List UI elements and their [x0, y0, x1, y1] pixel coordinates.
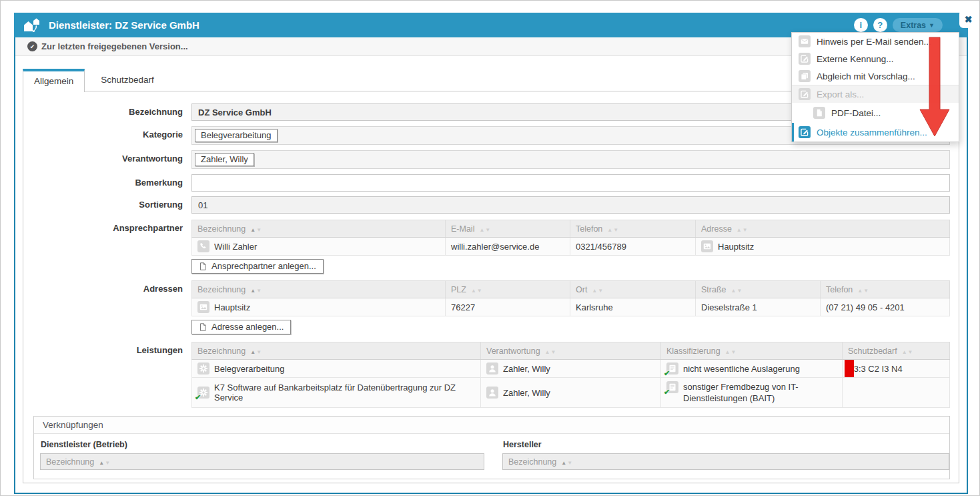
green-check-icon: ✔	[664, 369, 670, 378]
column-header[interactable]: Telefon▲▼	[821, 281, 950, 298]
hersteller-column: Hersteller Bezeichnung ▲▼	[502, 440, 949, 470]
verantwortung-row: Verantwortung Zahler, Willy	[23, 150, 950, 169]
tab-schutzbedarf[interactable]: Schutzbedarf	[85, 69, 170, 91]
dienstleister-icon	[23, 17, 41, 33]
leistungen-table: Bezeichnung▲▼ Verantwortung▲▼ Klassifizi…	[191, 342, 950, 408]
ansprechpartner-table: Bezeichnung▲▼ E-Mail▲▼ Telefon▲▼ Adresse…	[191, 220, 950, 256]
sort-icon: ▲▼	[250, 285, 262, 294]
empty-table-header[interactable]: Bezeichnung ▲▼	[40, 453, 484, 470]
schutzbedarf-value: A3:3 C2 I3 N4	[848, 364, 903, 374]
sort-icon: ▲▼	[737, 224, 749, 234]
app-screenshot: Dienstleister: DZ Service GmbH i ? Extra…	[0, 0, 980, 496]
classification-doc-icon: ✔	[666, 362, 678, 375]
adresse-anlegen-button[interactable]: Adresse anlegen...	[191, 320, 291, 334]
schutzbedarf-red-indicator	[845, 360, 854, 377]
chevron-down-icon: ▼	[929, 22, 935, 29]
edit-square-icon	[799, 88, 811, 100]
column-header[interactable]: Verantwortung▲▼	[481, 342, 661, 360]
sort-icon: ▲▼	[725, 346, 737, 356]
leistungen-section: Leistungen Bezeichnung▲▼ Verantwortung▲▼…	[23, 342, 950, 408]
envelope-icon	[799, 35, 811, 47]
sort-icon: ▲▼	[250, 346, 262, 356]
ansprechpartner-section: Ansprechpartner Bezeichnung▲▼ E-Mail▲▼ T…	[23, 220, 950, 274]
empty-table-header[interactable]: Bezeichnung ▲▼	[502, 453, 949, 470]
table-row[interactable]: Belegverarbeitung Zahler, Willy ✔ nicht …	[192, 360, 950, 378]
tab-allgemein[interactable]: Allgemein	[23, 69, 85, 92]
copy-icon	[799, 70, 811, 82]
sort-icon: ▲▼	[902, 346, 914, 356]
column-header[interactable]: PLZ▲▼	[446, 281, 570, 298]
leistungen-label: Leistungen	[23, 342, 191, 408]
red-arrow-annotation	[916, 36, 956, 140]
sort-icon: ▲▼	[731, 285, 743, 294]
green-check-icon: ✔	[664, 388, 670, 397]
hersteller-label: Hersteller	[503, 440, 949, 449]
column-header[interactable]: Telefon▲▼	[570, 220, 696, 238]
sort-icon: ▲▼	[479, 224, 491, 234]
verantwortung-label: Verantwortung	[23, 150, 191, 169]
address-icon	[197, 301, 209, 313]
sort-icon: ▲▼	[592, 285, 604, 294]
verantwortung-field: Zahler, Willy	[191, 150, 950, 169]
classification-doc-icon: ✔	[666, 381, 678, 393]
sortierung-field: 01	[191, 196, 950, 214]
column-header[interactable]: Klassifizierung▲▼	[661, 342, 843, 360]
tab-strip: Allgemein Schutzbedarf	[23, 67, 170, 91]
column-header[interactable]: Ort▲▼	[570, 281, 696, 298]
new-page-icon	[199, 323, 207, 331]
adressen-table: Bezeichnung▲▼ PLZ▲▼ Ort▲▼ Straße▲▼ Telef…	[191, 280, 950, 316]
column-header[interactable]: Bezeichnung▲▼	[192, 342, 481, 360]
verknuepfungen-section: Verknüpfungen Dienstleister (Betrieb) Be…	[33, 416, 950, 479]
person-icon	[486, 362, 498, 375]
help-icon[interactable]: ?	[873, 18, 887, 32]
column-header[interactable]: Bezeichnung▲▼	[192, 281, 446, 298]
dienstleister-betrieb-column: Dienstleister (Betrieb) Bezeichnung ▲▼	[40, 440, 484, 470]
sort-icon: ▲▼	[607, 224, 619, 234]
column-header[interactable]: Adresse▲▼	[696, 220, 950, 238]
column-header[interactable]: Schutzbedarf▲▼	[843, 342, 950, 360]
bezeichnung-label: Bezeichnung	[23, 103, 191, 121]
sort-icon: ▲▼	[250, 224, 262, 234]
merge-edit-icon	[799, 126, 811, 138]
service-gear-icon: ✔	[197, 387, 209, 399]
bemerkung-label: Bemerkung	[23, 174, 191, 192]
person-icon	[486, 387, 498, 399]
close-icon[interactable]: ✖	[959, 10, 977, 28]
new-page-icon	[199, 262, 207, 270]
info-icon[interactable]: i	[854, 18, 868, 32]
sort-icon: ▲▼	[857, 285, 869, 294]
ansprechpartner-anlegen-button[interactable]: Ansprechpartner anlegen...	[191, 259, 324, 274]
sortierung-label: Sortierung	[23, 196, 191, 214]
sort-icon: ▲▼	[545, 346, 557, 356]
address-icon	[701, 240, 713, 252]
kategorie-label: Kategorie	[23, 126, 191, 145]
last-released-version-link[interactable]: Zur letzten freigegebenen Version...	[41, 41, 188, 51]
column-header[interactable]: E-Mail▲▼	[446, 220, 570, 238]
green-check-icon: ✔	[195, 393, 201, 402]
ansprechpartner-label: Ansprechpartner	[23, 220, 191, 274]
contact-phone-icon	[197, 240, 209, 252]
dienstleister-betrieb-label: Dienstleister (Betrieb)	[41, 440, 484, 449]
service-gear-icon	[197, 362, 209, 375]
sortierung-row: Sortierung 01	[23, 196, 950, 214]
adressen-section: Adressen Bezeichnung▲▼ PLZ▲▼ Ort▲▼ Straß…	[23, 280, 950, 334]
extras-button[interactable]: Extras ▼	[893, 18, 943, 32]
edit-square-icon	[799, 53, 811, 65]
page-title: Dienstleister: DZ Service GmbH	[49, 19, 199, 31]
sort-icon: ▲▼	[99, 457, 111, 467]
tab-panel-allgemein: Bezeichnung DZ Service GmbH Kategorie Be…	[23, 91, 959, 483]
table-row[interactable]: Hauptsitz 76227 Karlsruhe Dieselstraße 1…	[192, 298, 950, 316]
sort-icon: ▲▼	[471, 285, 483, 294]
column-header[interactable]: Straße▲▼	[696, 281, 821, 298]
sort-icon: ▲▼	[561, 457, 573, 467]
column-header[interactable]: Bezeichnung▲▼	[192, 220, 446, 238]
adressen-label: Adressen	[23, 280, 191, 334]
verknuepfungen-title: Verknüpfungen	[34, 417, 949, 434]
table-row[interactable]: Willi Zahler willi.zahler@service.de 032…	[192, 238, 950, 256]
kategorie-chip[interactable]: Belegverarbeitung	[195, 129, 278, 142]
table-row[interactable]: ✔ K7 Software auf Bankarbeitsplatz für D…	[192, 378, 950, 408]
verantwortung-chip[interactable]: Zahler, Willy	[195, 153, 254, 166]
pdf-file-icon	[813, 107, 825, 119]
check-circle-icon: ✔	[27, 41, 37, 51]
bemerkung-input[interactable]	[191, 174, 950, 192]
